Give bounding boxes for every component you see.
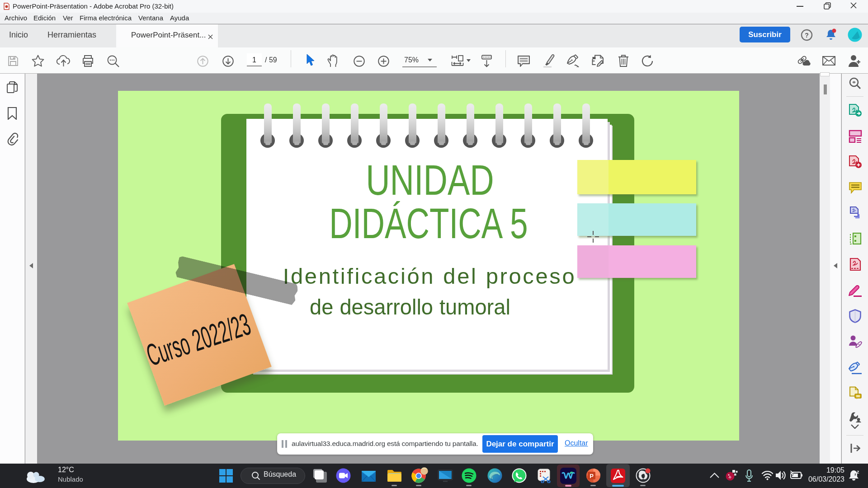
svg-text:?: ? xyxy=(805,32,809,39)
svg-text:z: z xyxy=(854,472,856,476)
svg-text:4: 4 xyxy=(728,475,731,479)
svg-text:P: P xyxy=(590,473,594,479)
svg-text:z: z xyxy=(857,469,859,474)
